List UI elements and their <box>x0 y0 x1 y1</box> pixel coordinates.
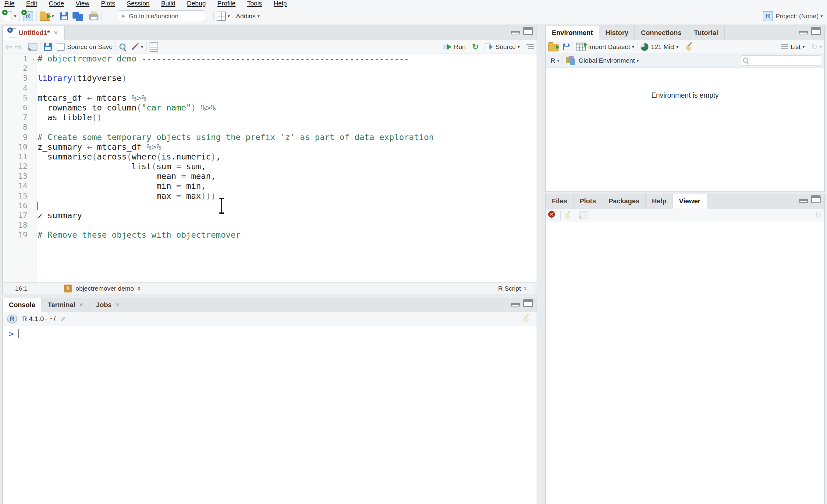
global-environment-selector[interactable]: Global Environment <box>579 57 635 64</box>
menu-file[interactable]: File <box>4 0 15 7</box>
console-body[interactable]: > <box>3 326 537 338</box>
source-on-save-checkbox[interactable] <box>57 43 64 51</box>
menu-view[interactable]: View <box>76 0 89 7</box>
code-lines[interactable]: # objectremover demo -------------------… <box>37 54 537 240</box>
menu-plots[interactable]: Plots <box>101 0 115 7</box>
open-file-icon[interactable] <box>40 13 50 21</box>
print-icon[interactable] <box>89 14 98 20</box>
maximize-pane-icon[interactable] <box>523 299 533 307</box>
tab-untitled1[interactable]: Untitled1* ✕ <box>3 26 64 40</box>
environment-tab-label: Environment <box>552 29 593 37</box>
section-chip-icon: # <box>64 285 72 292</box>
language-selector[interactable]: R <box>551 57 555 64</box>
memory-caret-icon[interactable]: ▾ <box>676 44 679 50</box>
tab-tutorial[interactable]: Tutorial <box>688 26 725 40</box>
language-caret-icon[interactable]: ▾ <box>557 58 560 63</box>
new-project-icon[interactable]: R+ <box>23 11 33 21</box>
tab-files[interactable]: Files <box>546 194 574 208</box>
minimize-pane-icon[interactable] <box>511 31 520 35</box>
addins-caret-icon[interactable]: ▾ <box>257 13 260 19</box>
clear-all-viewer-icon[interactable] <box>564 211 573 220</box>
close-jobs-icon[interactable]: ✕ <box>115 301 120 308</box>
code-tools-caret-icon[interactable]: ▾ <box>141 44 143 50</box>
environment-search-input[interactable] <box>740 55 821 66</box>
minimize-pane-icon[interactable] <box>799 199 808 203</box>
refresh-caret-icon[interactable]: ▾ <box>819 44 822 50</box>
source-caret-icon[interactable]: ▾ <box>518 44 520 50</box>
menu-tools[interactable]: Tools <box>247 0 262 7</box>
open-new-window-icon[interactable] <box>28 43 38 51</box>
menu-profile[interactable]: Profile <box>217 0 236 7</box>
files-tab-label: Files <box>552 197 567 205</box>
new-file-icon[interactable]: + <box>4 11 12 21</box>
rerun-icon[interactable]: ↻ <box>472 42 479 52</box>
tab-terminal[interactable]: Terminal ✕ <box>42 298 90 312</box>
menu-edit[interactable]: Edit <box>26 0 37 7</box>
forward-icon[interactable]: ⇨ <box>15 42 21 52</box>
project-menu[interactable]: R Project: (None) ▾ <box>759 8 823 24</box>
tab-help[interactable]: Help <box>646 194 673 208</box>
global-environment-caret-icon[interactable]: ▾ <box>637 58 639 63</box>
open-file-caret-icon[interactable]: ▾ <box>52 13 54 19</box>
global-environment-icon <box>566 56 576 65</box>
menu-help[interactable]: Help <box>274 0 287 7</box>
back-icon[interactable]: ⇦ <box>5 42 12 52</box>
new-file-caret-icon[interactable]: ▾ <box>14 13 16 19</box>
tab-packages[interactable]: Packages <box>602 194 646 208</box>
file-type-selector[interactable]: R Script ⇕ <box>490 283 535 294</box>
compile-report-icon[interactable] <box>150 42 158 52</box>
console-tabstrip: Console Terminal ✕ Jobs ✕ <box>3 298 537 312</box>
addins-button[interactable]: Addins <box>236 12 256 20</box>
load-workspace-icon[interactable] <box>548 44 558 51</box>
goto-file-box[interactable]: ➤ Go to file/function <box>117 10 206 22</box>
memory-usage-button[interactable]: 121 MiB <box>651 43 674 51</box>
search-icon <box>742 57 749 64</box>
clear-workspace-icon[interactable] <box>685 42 694 51</box>
pane-layout-icon[interactable] <box>217 11 226 21</box>
find-replace-icon[interactable] <box>119 43 127 51</box>
import-dataset-button[interactable]: Import Dataset <box>588 43 630 51</box>
list-view-caret-icon[interactable]: ▾ <box>802 44 805 50</box>
section-updown-icon[interactable]: ⇕ <box>137 286 140 291</box>
source-button[interactable]: Source <box>495 43 516 51</box>
minimize-pane-icon[interactable] <box>511 303 520 306</box>
run-button[interactable]: Run <box>454 43 466 51</box>
tab-viewer[interactable]: Viewer <box>673 194 707 209</box>
console-popout-icon[interactable]: ⬈ <box>60 315 66 323</box>
minimize-pane-icon[interactable] <box>799 31 808 35</box>
menu-build[interactable]: Build <box>161 0 176 7</box>
code-area[interactable]: 1▾2345678910111213141516171819 # objectr… <box>3 54 537 282</box>
list-view-button[interactable]: List <box>790 43 800 51</box>
tab-jobs[interactable]: Jobs ✕ <box>90 298 126 312</box>
tab-plots[interactable]: Plots <box>574 194 602 208</box>
save-workspace-icon[interactable] <box>563 44 570 50</box>
menu-code[interactable]: Code <box>49 0 64 7</box>
import-dataset-caret-icon[interactable]: ▾ <box>632 44 634 50</box>
tab-console[interactable]: Console <box>3 298 42 312</box>
tab-history[interactable]: History <box>599 26 635 40</box>
close-terminal-icon[interactable]: ✕ <box>79 301 84 308</box>
tab-connections[interactable]: Connections <box>635 26 688 40</box>
save-source-icon[interactable] <box>44 43 52 51</box>
save-icon[interactable] <box>60 12 68 20</box>
pane-layout-caret-icon[interactable]: ▾ <box>228 13 230 19</box>
close-tab-icon[interactable]: ✕ <box>54 30 58 36</box>
clear-console-icon[interactable] <box>522 314 531 323</box>
refresh-viewer-icon[interactable]: ↻ <box>815 211 822 219</box>
refresh-environment-icon[interactable]: ↻ <box>811 43 818 51</box>
section-name[interactable]: objectremover demo <box>76 285 134 292</box>
viewer-new-window-icon[interactable] <box>579 211 588 219</box>
toolbar-separator <box>57 11 57 21</box>
menu-session[interactable]: Session <box>127 0 150 7</box>
toolbar-separator <box>86 11 86 21</box>
maximize-pane-icon[interactable] <box>811 195 821 203</box>
maximize-pane-icon[interactable] <box>523 27 533 35</box>
maximize-pane-icon[interactable] <box>811 27 821 35</box>
document-outline-icon[interactable] <box>526 44 534 50</box>
clear-viewer-item-icon[interactable]: ✕ <box>548 211 557 219</box>
save-all-icon[interactable] <box>72 12 83 20</box>
toolbar-separator <box>36 11 37 21</box>
tab-environment[interactable]: Environment <box>546 26 599 40</box>
menu-debug[interactable]: Debug <box>187 0 206 7</box>
code-tools-icon[interactable] <box>130 42 139 51</box>
